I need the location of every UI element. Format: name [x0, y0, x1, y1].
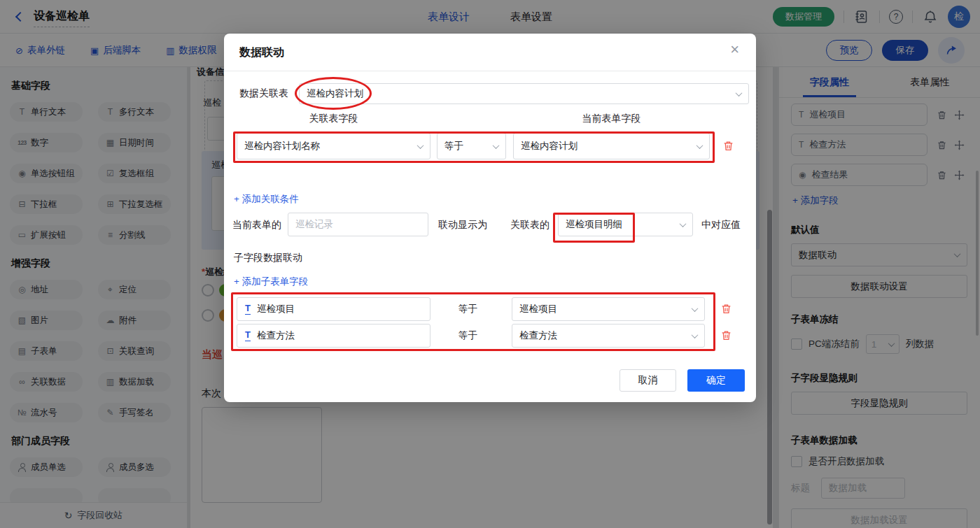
subfield-field-box-1[interactable]: T 巡检项目 — [237, 297, 430, 321]
relation-table-value: 巡检内容计划 — [307, 87, 363, 100]
display-as-label: 联动显示为 — [438, 219, 487, 231]
subfield-row-2: T 检查方法 等于 检查方法 — [224, 324, 756, 348]
relation-table-prefix: 关联表的 — [510, 219, 550, 231]
current-form-prefix: 当前表单的 — [232, 219, 281, 231]
subfield-section-label: 子字段数据联动 — [234, 252, 302, 264]
delete-subfield-icon[interactable] — [720, 303, 732, 315]
add-condition-link[interactable]: + 添加关联条件 — [234, 193, 299, 206]
data-linkage-modal: 数据联动 × 数据关联表 巡检内容计划 关联表字段 当前表单字段 巡检内容计划名… — [224, 34, 756, 402]
form-designer-screen: 设备巡检单 表单设计 表单设置 数据管理 ? — [0, 0, 980, 528]
add-subfield-link[interactable]: + 添加子表单字段 — [234, 276, 308, 288]
relation-display-field-value: 巡检项目明细 — [566, 218, 622, 231]
subfield-value-select-1[interactable]: 巡检项目 — [512, 297, 705, 321]
condition-operator-value: 等于 — [444, 140, 463, 152]
column-header-right: 当前表单字段 — [513, 113, 710, 125]
text-field-icon: T — [245, 330, 251, 341]
close-icon[interactable]: × — [730, 42, 739, 57]
relation-display-field-select[interactable]: 巡检项目明细 — [558, 213, 693, 236]
chevron-down-icon — [692, 305, 699, 312]
relation-table-label: 数据关联表 — [239, 87, 288, 100]
condition-field-select[interactable]: 巡检内容计划名称 — [237, 133, 430, 159]
display-row: 当前表单的 联动显示为 关联表的 巡检项目明细 中对应值 — [224, 213, 756, 236]
condition-current-field-value: 巡检内容计划 — [521, 140, 578, 152]
equals-label: 等于 — [458, 329, 477, 342]
cancel-button[interactable]: 取消 — [620, 369, 676, 392]
corresponding-value-suffix: 中对应值 — [701, 219, 741, 231]
column-header-left: 关联表字段 — [237, 113, 430, 125]
current-field-input[interactable] — [288, 213, 428, 236]
delete-subfield-icon[interactable] — [720, 329, 732, 341]
chevron-down-icon — [696, 142, 704, 149]
chevron-down-icon — [493, 142, 500, 149]
relation-table-select[interactable]: 巡检内容计划 — [299, 83, 749, 104]
modal-header: 数据联动 × — [224, 34, 756, 71]
chevron-down-icon — [680, 220, 687, 227]
chevron-down-icon — [736, 90, 743, 97]
chevron-down-icon — [692, 331, 699, 338]
condition-operator-select[interactable]: 等于 — [437, 133, 506, 159]
text-field-icon: T — [245, 304, 251, 314]
chevron-down-icon — [417, 142, 424, 149]
equals-label: 等于 — [458, 303, 477, 315]
delete-condition-icon[interactable] — [722, 140, 734, 152]
relation-table-row: 数据关联表 巡检内容计划 — [239, 83, 749, 104]
condition-row: 巡检内容计划名称 等于 巡检内容计划 — [224, 133, 756, 159]
subfield-field-name: 检查方法 — [257, 329, 295, 342]
condition-field-value: 巡检内容计划名称 — [244, 140, 320, 152]
subfield-value-select-2[interactable]: 检查方法 — [512, 324, 705, 348]
subfield-value: 检查方法 — [519, 329, 557, 342]
subfield-field-name: 巡检项目 — [257, 303, 295, 315]
subfield-value: 巡检项目 — [519, 303, 557, 315]
confirm-button[interactable]: 确定 — [687, 369, 745, 392]
modal-title: 数据联动 — [239, 45, 284, 60]
condition-current-field-select[interactable]: 巡检内容计划 — [513, 133, 710, 159]
subfield-row-1: T 巡检项目 等于 巡检项目 — [224, 297, 756, 321]
subfield-field-box-2[interactable]: T 检查方法 — [237, 324, 430, 348]
